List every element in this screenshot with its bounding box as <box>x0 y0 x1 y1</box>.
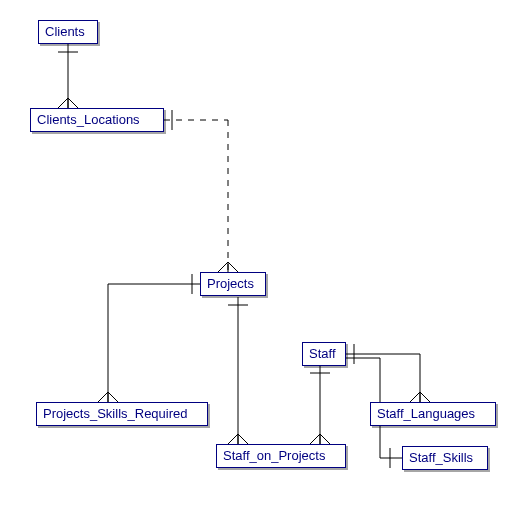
entity-clients[interactable]: Clients <box>38 20 98 44</box>
entity-label: Clients <box>39 21 97 42</box>
entity-label: Clients_Locations <box>31 109 163 130</box>
entity-label: Projects <box>201 273 265 294</box>
entity-label: Staff_Languages <box>371 403 495 424</box>
entity-projects-skills-required[interactable]: Projects_Skills_Required <box>36 402 208 426</box>
entity-staff-languages[interactable]: Staff_Languages <box>370 402 496 426</box>
entity-label: Staff_on_Projects <box>217 445 345 466</box>
entity-staff-on-projects[interactable]: Staff_on_Projects <box>216 444 346 468</box>
entity-label: Staff <box>303 343 345 364</box>
entity-label: Staff_Skills <box>403 447 487 468</box>
entity-staff-skills[interactable]: Staff_Skills <box>402 446 488 470</box>
entity-projects[interactable]: Projects <box>200 272 266 296</box>
entity-clients-locations[interactable]: Clients_Locations <box>30 108 164 132</box>
entity-staff[interactable]: Staff <box>302 342 346 366</box>
entity-label: Projects_Skills_Required <box>37 403 207 424</box>
